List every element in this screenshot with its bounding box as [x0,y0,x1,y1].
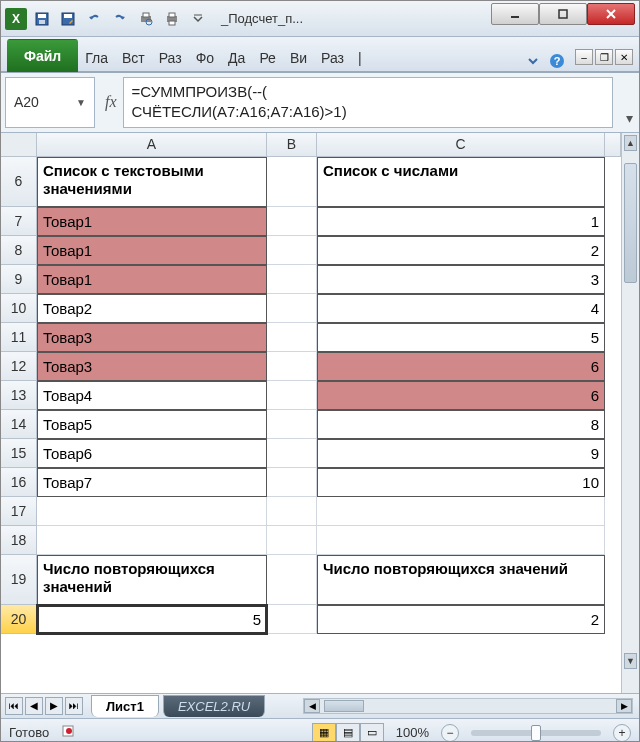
row-header[interactable]: 7 [1,207,37,236]
save-icon[interactable] [31,8,53,30]
cell-C20[interactable]: 2 [317,605,605,634]
scroll-right-icon[interactable]: ▶ [616,699,632,713]
sheet-tab-active[interactable]: Лист1 [91,695,159,717]
cell[interactable] [267,468,317,497]
cell-A16[interactable]: Товар7 [37,468,267,497]
view-normal-button[interactable]: ▦ [312,723,336,743]
sheet-nav-next[interactable]: ▶ [45,697,63,715]
print-icon[interactable] [161,8,183,30]
print-preview-icon[interactable] [135,8,157,30]
cell-A20-selected[interactable]: 5 [37,605,267,634]
chevron-down-icon[interactable]: ▼ [76,97,86,108]
maximize-button[interactable] [539,3,587,25]
undo-icon[interactable] [83,8,105,30]
cell[interactable] [267,294,317,323]
workbook-close-button[interactable]: ✕ [615,49,633,65]
close-button[interactable] [587,3,635,25]
cell-A13[interactable]: Товар4 [37,381,267,410]
ribbon-tab-pagelayout[interactable]: Раз [152,43,189,72]
cell-C19[interactable]: Число повторяющихся значений [317,555,605,605]
view-page-layout-button[interactable]: ▤ [336,723,360,743]
ribbon-tab-developer[interactable]: Раз [314,43,351,72]
minimize-button[interactable] [491,3,539,25]
help-icon[interactable]: ? [547,51,567,71]
cell-A14[interactable]: Товар5 [37,410,267,439]
cell[interactable] [267,265,317,294]
redo-icon[interactable] [109,8,131,30]
name-box[interactable]: A20 ▼ [5,77,95,128]
ribbon-file-tab[interactable]: Файл [7,39,78,72]
zoom-in-button[interactable]: + [613,724,631,742]
cell-B6[interactable] [267,157,317,207]
workbook-restore-button[interactable]: ❐ [595,49,613,65]
cell-A10[interactable]: Товар2 [37,294,267,323]
row-header[interactable]: 14 [1,410,37,439]
row-header[interactable]: 18 [1,526,37,555]
cell-C12[interactable]: 6 [317,352,605,381]
column-header-B[interactable]: B [267,133,317,157]
cell-A6[interactable]: Список с текстовыми значениями [37,157,267,207]
zoom-slider-knob[interactable] [531,725,541,741]
cell[interactable] [267,410,317,439]
save-as-icon[interactable] [57,8,79,30]
row-header-selected[interactable]: 20 [1,605,37,634]
row-header[interactable]: 6 [1,157,37,207]
row-header[interactable]: 17 [1,497,37,526]
cell-C10[interactable]: 4 [317,294,605,323]
row-header[interactable]: 11 [1,323,37,352]
ribbon-tab-review[interactable]: Ре [252,43,283,72]
cell-A9[interactable]: Товар1 [37,265,267,294]
cell[interactable] [267,526,317,555]
sheet-tab-inactive[interactable]: EXCEL2.RU [163,695,265,717]
cell-A15[interactable]: Товар6 [37,439,267,468]
formula-bar-expand-icon[interactable]: ▾ [619,73,639,132]
ribbon-tab-home[interactable]: Гла [78,43,115,72]
ribbon-tab-more[interactable]: | [351,43,369,72]
qat-customize-icon[interactable] [187,8,209,30]
cell-A19[interactable]: Число повторяющихся значений [37,555,267,605]
ribbon-tab-formulas[interactable]: Фо [189,43,221,72]
cell[interactable] [267,605,317,634]
cell[interactable] [267,555,317,605]
new-sheet-icon[interactable] [269,695,297,717]
cell[interactable] [317,526,605,555]
cell[interactable] [267,236,317,265]
row-header[interactable]: 19 [1,555,37,605]
row-header[interactable]: 12 [1,352,37,381]
horizontal-scrollbar[interactable]: ◀ ▶ [303,698,633,714]
row-header[interactable]: 9 [1,265,37,294]
cell-C15[interactable]: 9 [317,439,605,468]
cell[interactable] [37,497,267,526]
row-header[interactable]: 10 [1,294,37,323]
cell[interactable] [267,352,317,381]
ribbon-tab-insert[interactable]: Вст [115,43,152,72]
cell-A8[interactable]: Товар1 [37,236,267,265]
cell-C13[interactable]: 6 [317,381,605,410]
cell-C6[interactable]: Список с числами [317,157,605,207]
zoom-out-button[interactable]: − [441,724,459,742]
row-header[interactable]: 15 [1,439,37,468]
scroll-thumb[interactable] [324,700,364,712]
fx-button[interactable]: fx [105,93,117,111]
cell-A12[interactable]: Товар3 [37,352,267,381]
scroll-up-icon[interactable]: ▲ [624,135,637,151]
cell[interactable] [267,323,317,352]
row-header[interactable]: 13 [1,381,37,410]
ribbon-minimize-icon[interactable] [523,51,543,71]
cell[interactable] [37,526,267,555]
scroll-thumb[interactable] [624,163,637,283]
cell-C16[interactable]: 10 [317,468,605,497]
cell-A11[interactable]: Товар3 [37,323,267,352]
cell-C7[interactable]: 1 [317,207,605,236]
cell-C14[interactable]: 8 [317,410,605,439]
sheet-nav-first[interactable]: ⏮ [5,697,23,715]
formula-input[interactable]: =СУММПРОИЗВ(--( СЧЁТЕСЛИ(A7:A16;A7:A16)>… [123,77,613,128]
macro-record-icon[interactable] [61,723,77,742]
cell-C8[interactable]: 2 [317,236,605,265]
column-header-blank[interactable] [605,133,621,157]
column-header-A[interactable]: A [37,133,267,157]
ribbon-tab-view[interactable]: Ви [283,43,314,72]
cell[interactable] [267,207,317,236]
sheet-nav-last[interactable]: ⏭ [65,697,83,715]
cell-A7[interactable]: Товар1 [37,207,267,236]
